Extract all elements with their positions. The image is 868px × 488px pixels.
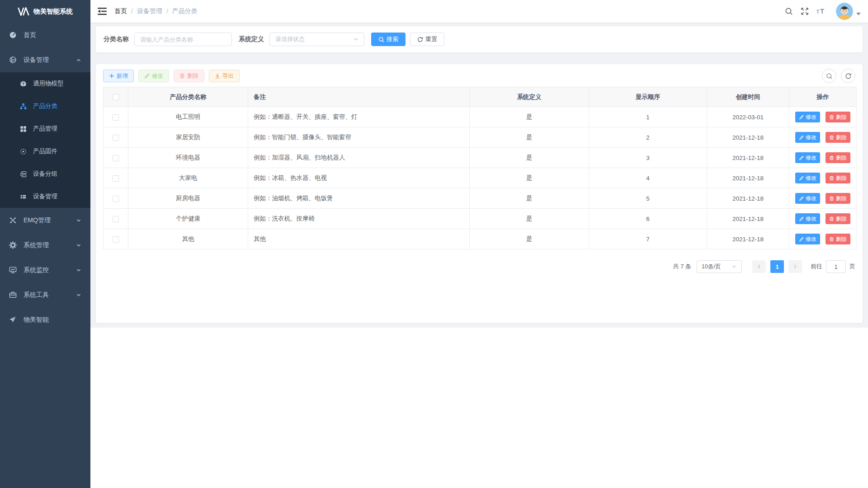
row-checkbox[interactable] <box>113 175 119 182</box>
row-delete-button[interactable]: 删除 <box>826 213 850 224</box>
row-delete-button[interactable]: 删除 <box>826 234 850 244</box>
header-category-name: 产品分类名称 <box>128 87 248 107</box>
filter-panel: 分类名称 系统定义 请选择状态 <box>96 26 863 52</box>
refresh-table-button[interactable] <box>841 69 855 83</box>
table-row: 个护健康 例如：洗衣机、按摩椅 是 6 2021-12-18 修改 删除 <box>104 209 857 229</box>
header-display-order: 显示顺序 <box>589 87 707 107</box>
row-edit-button[interactable]: 修改 <box>795 193 820 204</box>
system-defined-select[interactable]: 请选择状态 <box>269 33 364 46</box>
dashboard-icon <box>9 31 17 39</box>
header-system-defined: 系统定义 <box>470 87 589 107</box>
row-delete-button[interactable]: 删除 <box>826 193 850 204</box>
app-title: 物美智能系统 <box>33 7 73 16</box>
trash-icon <box>829 237 834 242</box>
sidebar-item-product-management[interactable]: 产品管理 <box>0 117 90 140</box>
chevron-up-icon <box>76 57 81 63</box>
row-delete-button[interactable]: 删除 <box>826 173 850 183</box>
pen-icon <box>799 135 804 140</box>
row-edit-button[interactable]: 修改 <box>795 152 820 163</box>
row-edit-button[interactable]: 修改 <box>795 234 820 244</box>
chevron-down-icon <box>731 264 737 269</box>
cell-actions: 修改 删除 <box>789 148 857 168</box>
table-row: 其他 其他 是 7 2021-12-18 修改 删除 <box>104 229 857 249</box>
sidebar-item-system-monitor[interactable]: 系统监控 <box>0 258 90 282</box>
sidebar-item-device-group[interactable]: 设备分组 <box>0 163 90 185</box>
cell-remark: 例如：加湿器、风扇、扫地机器人 <box>248 148 470 168</box>
sidebar-collapse-icon[interactable] <box>98 7 107 15</box>
page-size-select[interactable]: 10条/页 <box>697 260 742 273</box>
target-icon <box>20 148 27 155</box>
prev-page-button[interactable] <box>752 260 766 273</box>
row-checkbox[interactable] <box>113 216 119 222</box>
row-checkbox[interactable] <box>113 135 119 141</box>
pen-icon <box>799 155 804 160</box>
search-button[interactable]: 搜索 <box>371 33 406 46</box>
export-button[interactable]: 导出 <box>209 70 240 82</box>
row-edit-button[interactable]: 修改 <box>795 112 820 122</box>
sidebar-item-thing-model[interactable]: 通用物模型 <box>0 72 90 95</box>
pen-icon <box>799 115 804 120</box>
goto-page-input[interactable] <box>826 260 846 273</box>
cell-actions: 修改 删除 <box>789 107 857 127</box>
server-group-icon <box>20 171 27 178</box>
cell-remark: 例如：洗衣机、按摩椅 <box>248 209 470 229</box>
delete-button[interactable]: 删除 <box>174 70 204 82</box>
select-all-checkbox[interactable] <box>113 94 119 100</box>
row-delete-button[interactable]: 删除 <box>826 152 850 163</box>
toolbox-icon <box>9 291 17 299</box>
chevron-down-icon <box>76 218 81 223</box>
breadcrumb-device-management[interactable]: 设备管理 <box>137 7 162 15</box>
category-name-input[interactable] <box>140 36 226 43</box>
header-search-icon[interactable] <box>785 7 793 15</box>
paper-plane-icon <box>9 316 17 324</box>
breadcrumb-home[interactable]: 首页 <box>114 7 127 15</box>
cell-created: 2021-12-18 <box>707 188 789 209</box>
row-checkbox[interactable] <box>113 155 119 161</box>
font-size-icon[interactable]: TT <box>816 7 826 15</box>
sidebar-item-product-firmware[interactable]: 产品固件 <box>0 140 90 163</box>
fullscreen-icon[interactable] <box>801 7 809 15</box>
cell-created: 2022-03-01 <box>707 107 789 127</box>
row-edit-button[interactable]: 修改 <box>795 132 820 143</box>
add-button[interactable]: 新增 <box>103 70 134 82</box>
toggle-search-button[interactable] <box>822 69 836 83</box>
category-name-input-wrap <box>134 33 232 46</box>
cell-actions: 修改 删除 <box>789 229 857 249</box>
sidebar-item-product-category[interactable]: 产品分类 <box>0 95 90 117</box>
edit-button[interactable]: 修改 <box>138 70 169 82</box>
filter-system-defined: 系统定义 请选择状态 <box>239 33 364 46</box>
row-delete-button[interactable]: 删除 <box>826 112 850 122</box>
user-menu[interactable] <box>836 3 861 20</box>
filter-category: 分类名称 <box>104 33 232 46</box>
avatar[interactable] <box>836 3 853 20</box>
row-edit-button[interactable]: 修改 <box>795 173 820 183</box>
device-globe-icon <box>9 56 17 64</box>
cell-name: 其他 <box>128 229 248 249</box>
sidebar-item-device-management[interactable]: 设备管理 <box>0 47 90 72</box>
table-row: 电工照明 例如：通断器、开关、插座、窗帘、灯 是 1 2022-03-01 修改… <box>104 107 857 127</box>
cell-system: 是 <box>470 168 589 188</box>
row-checkbox[interactable] <box>113 196 119 202</box>
sidebar-item-wumei-smart[interactable]: 物美智能 <box>0 307 90 332</box>
sidebar-item-emq[interactable]: EMQ管理 <box>0 208 90 233</box>
sidebar-item-device-management-sub[interactable]: 设备管理 <box>0 185 90 208</box>
search-icon <box>378 37 384 42</box>
sidebar-item-system-management[interactable]: 系统管理 <box>0 233 90 258</box>
table-row: 厨房电器 例如：油烟机、烤箱、电饭煲 是 5 2021-12-18 修改 删除 <box>104 188 857 209</box>
cell-created: 2021-12-18 <box>707 148 789 168</box>
header-actions: 操作 <box>789 87 857 107</box>
row-checkbox[interactable] <box>113 114 119 121</box>
row-checkbox[interactable] <box>113 236 119 243</box>
next-page-button[interactable] <box>788 260 802 273</box>
sidebar-item-system-tools[interactable]: 系统工具 <box>0 282 90 307</box>
row-edit-button[interactable]: 修改 <box>795 213 820 224</box>
reset-button[interactable]: 重置 <box>410 33 444 46</box>
row-delete-button[interactable]: 删除 <box>826 132 850 143</box>
pagination-goto: 前往 页 <box>811 260 855 273</box>
table-row: 大家电 例如：冰箱、热水器、电视 是 4 2021-12-18 修改 删除 <box>104 168 857 188</box>
cell-system: 是 <box>470 148 589 168</box>
sidebar-item-home[interactable]: 首页 <box>0 23 90 47</box>
page-number-1[interactable]: 1 <box>770 260 784 273</box>
monitor-icon <box>9 266 17 274</box>
cell-remark: 例如：通断器、开关、插座、窗帘、灯 <box>248 107 470 127</box>
